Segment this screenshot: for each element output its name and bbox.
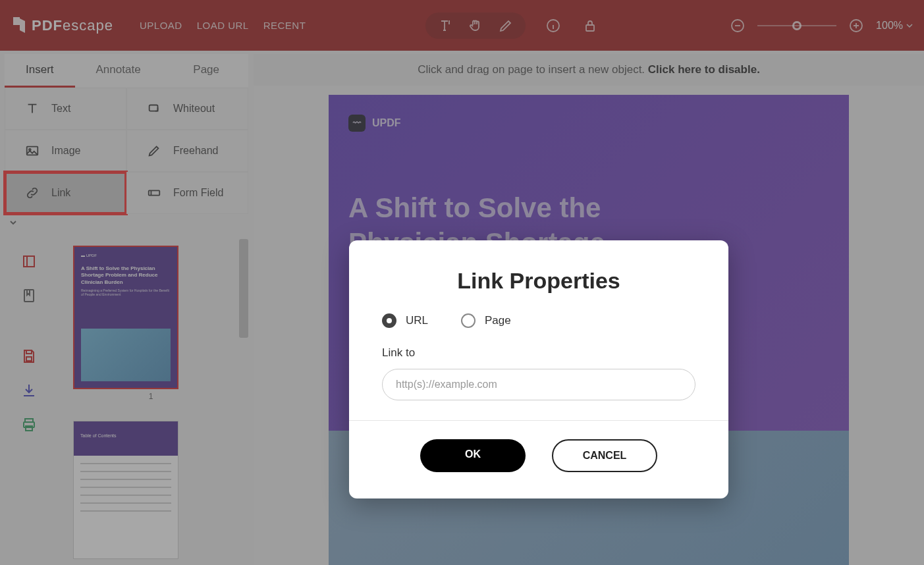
radio-page-indicator (461, 313, 476, 328)
link-type-radio-group: URL Page (382, 313, 695, 328)
dialog-title: Link Properties (349, 240, 728, 313)
radio-url[interactable]: URL (382, 313, 428, 328)
radio-page-label: Page (485, 314, 511, 327)
cancel-button[interactable]: CANCEL (552, 439, 657, 472)
link-properties-dialog: Link Properties URL Page Link to OK CANC… (349, 240, 728, 498)
radio-page[interactable]: Page (461, 313, 511, 328)
link-url-input[interactable] (382, 369, 695, 400)
radio-url-label: URL (406, 314, 428, 327)
link-to-label: Link to (382, 346, 695, 360)
dialog-footer: OK CANCEL (349, 420, 728, 498)
ok-button[interactable]: OK (420, 439, 526, 472)
radio-url-indicator (382, 313, 396, 328)
